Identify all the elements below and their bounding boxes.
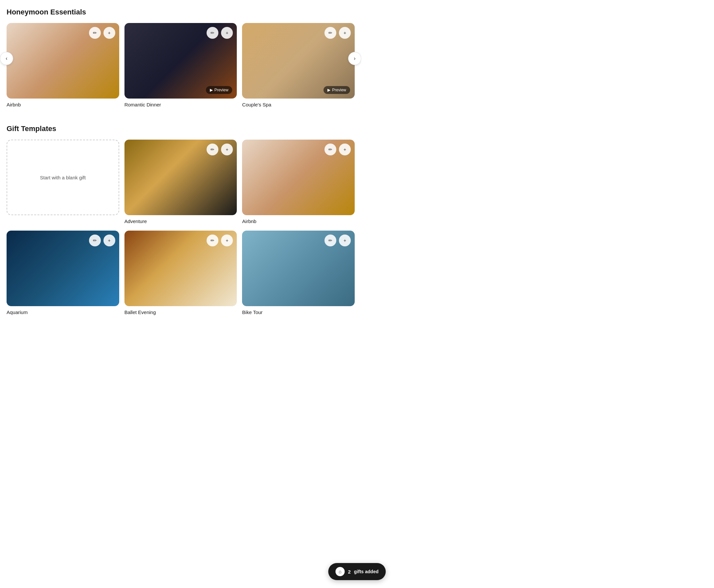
card-airbnb-2-image-wrapper[interactable]: ✏ + — [242, 140, 355, 215]
card-couples-spa-image-wrapper[interactable]: ✏ + ▶ Preview — [242, 23, 355, 99]
card-aquarium-image-wrapper[interactable]: ✏ + — [6, 231, 119, 306]
card-airbnb-1-label: Airbnb — [6, 102, 119, 109]
card-bike-tour-actions: ✏ + — [324, 234, 351, 246]
card-romantic-dinner-actions: ✏ + — [207, 27, 233, 39]
honeymoon-title: Honeymoon Essentials — [6, 8, 355, 16]
pencil-icon: ✏ — [93, 238, 97, 243]
card-bike-tour: ✏ + Bike Tour — [242, 231, 355, 316]
card-airbnb-1-image-wrapper[interactable]: ✏ + — [6, 23, 119, 99]
card-ballet-evening-add-button[interactable]: + — [221, 234, 233, 246]
card-airbnb-2-actions: ✏ + — [324, 144, 351, 155]
plus-icon: + — [225, 147, 228, 152]
plus-icon: + — [344, 30, 346, 36]
card-couples-spa-edit-button[interactable]: ✏ — [324, 27, 336, 39]
card-aquarium-actions: ✏ + — [89, 234, 115, 246]
plus-icon: + — [225, 238, 228, 243]
card-blank-gift-box[interactable]: Start with a blank gift — [6, 140, 119, 215]
carousel-next-button[interactable]: › — [348, 52, 361, 65]
play-icon: ▶ — [210, 88, 213, 92]
card-couples-spa-actions: ✏ + — [324, 27, 351, 39]
card-adventure-edit-button[interactable]: ✏ — [207, 144, 218, 155]
card-airbnb-1-add-button[interactable]: + — [104, 27, 115, 39]
card-couples-spa: ✏ + ▶ Preview Couple's Spa — [242, 23, 355, 109]
card-adventure-image-wrapper[interactable]: ✏ + — [125, 140, 237, 215]
card-bike-tour-add-button[interactable]: + — [339, 234, 351, 246]
preview-label: Preview — [214, 88, 229, 92]
card-romantic-dinner-add-button[interactable]: + — [221, 27, 233, 39]
card-adventure-label: Adventure — [125, 218, 237, 225]
pencil-icon: ✏ — [211, 30, 214, 36]
card-blank-gift-text: Start with a blank gift — [40, 175, 86, 180]
card-airbnb-2-label: Airbnb — [242, 218, 355, 225]
card-adventure: ✏ + Adventure — [125, 140, 237, 225]
card-ballet-evening-edit-button[interactable]: ✏ — [207, 234, 218, 246]
card-ballet-evening-actions: ✏ + — [207, 234, 233, 246]
carousel-prev-button[interactable]: ‹ — [0, 52, 13, 65]
card-airbnb-1-actions: ✏ + — [89, 27, 115, 39]
card-airbnb-2-add-button[interactable]: + — [339, 144, 351, 155]
card-aquarium-add-button[interactable]: + — [104, 234, 115, 246]
pencil-icon: ✏ — [93, 30, 97, 36]
card-airbnb-2-edit-button[interactable]: ✏ — [324, 144, 336, 155]
plus-icon: + — [108, 30, 111, 36]
chevron-left-icon: ‹ — [5, 56, 7, 61]
pencil-icon: ✏ — [211, 147, 214, 152]
card-ballet-evening-label: Ballet Evening — [125, 310, 237, 316]
couples-spa-preview-badge[interactable]: ▶ Preview — [324, 86, 350, 94]
preview-label: Preview — [332, 88, 346, 92]
plus-icon: + — [108, 238, 111, 243]
card-couples-spa-add-button[interactable]: + — [339, 27, 351, 39]
play-icon: ▶ — [327, 88, 330, 92]
card-aquarium-edit-button[interactable]: ✏ — [89, 234, 101, 246]
pencil-icon: ✏ — [328, 238, 332, 243]
honeymoon-cards-row: ✏ + Airbnb ✏ + — [6, 23, 355, 109]
card-airbnb-2: ✏ + Airbnb — [242, 140, 355, 225]
chevron-right-icon: › — [354, 56, 355, 61]
honeymoon-section: Honeymoon Essentials ‹ ✏ + Airbnb — [6, 8, 355, 109]
romantic-dinner-preview-badge[interactable]: ▶ Preview — [206, 86, 233, 94]
card-romantic-dinner: ✏ + ▶ Preview Romantic Dinner — [125, 23, 237, 109]
pencil-icon: ✏ — [328, 30, 332, 36]
card-ballet-evening-image-wrapper[interactable]: ✏ + — [125, 231, 237, 306]
card-bike-tour-label: Bike Tour — [242, 310, 355, 316]
card-adventure-actions: ✏ + — [207, 144, 233, 155]
card-adventure-add-button[interactable]: + — [221, 144, 233, 155]
card-bike-tour-edit-button[interactable]: ✏ — [324, 234, 336, 246]
card-airbnb-1-edit-button[interactable]: ✏ — [89, 27, 101, 39]
card-romantic-dinner-label: Romantic Dinner — [125, 102, 237, 109]
card-blank-gift: Start with a blank gift — [6, 140, 119, 225]
card-couples-spa-label: Couple's Spa — [242, 102, 355, 109]
plus-icon: + — [344, 147, 346, 152]
pencil-icon: ✏ — [328, 147, 332, 152]
gift-templates-title: Gift Templates — [6, 125, 355, 133]
card-ballet-evening: ✏ + Ballet Evening — [125, 231, 237, 316]
gift-templates-cards-row: Start with a blank gift ✏ + Adventure — [6, 140, 355, 316]
card-romantic-dinner-image-wrapper[interactable]: ✏ + ▶ Preview — [125, 23, 237, 99]
plus-icon: + — [225, 30, 228, 36]
card-aquarium-label: Aquarium — [6, 310, 119, 316]
card-airbnb-1: ✏ + Airbnb — [6, 23, 119, 109]
gift-templates-section: Gift Templates Start with a blank gift ✏… — [6, 125, 355, 316]
card-romantic-dinner-edit-button[interactable]: ✏ — [207, 27, 218, 39]
pencil-icon: ✏ — [211, 238, 214, 243]
plus-icon: + — [344, 238, 346, 243]
card-bike-tour-image-wrapper[interactable]: ✏ + — [242, 231, 355, 306]
card-aquarium: ✏ + Aquarium — [6, 231, 119, 316]
